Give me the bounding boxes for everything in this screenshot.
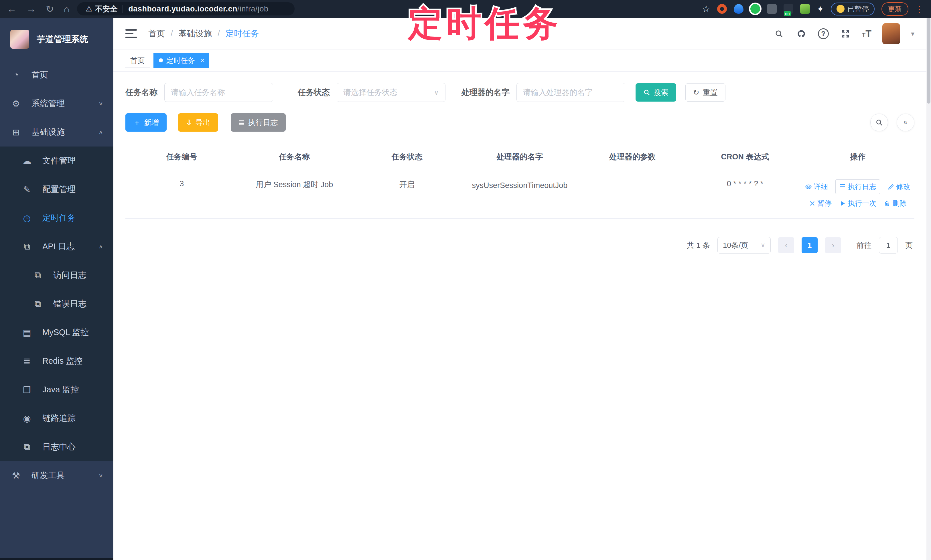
sidebar-item-trace[interactable]: ◉ 链路追踪 xyxy=(0,404,113,433)
divider xyxy=(123,5,123,13)
profile-star-icon[interactable]: ✦ xyxy=(817,4,824,14)
sidebar-bottom-edge xyxy=(0,558,113,560)
goto-label: 前往 xyxy=(857,240,871,251)
breadcrumb-infra[interactable]: 基础设施 xyxy=(179,28,212,40)
name-label: 任务名称 xyxy=(125,87,157,98)
warning-icon: ⚠ xyxy=(86,5,92,14)
security-warning[interactable]: 不安全 xyxy=(95,4,117,14)
sidebar-item-java[interactable]: ❐ Java 监控 xyxy=(0,375,113,404)
exec-log-button[interactable]: ≣ 执行日志 xyxy=(231,113,286,132)
refresh-button[interactable]: ↻ xyxy=(897,114,914,131)
font-size-icon[interactable]: TT xyxy=(862,28,871,39)
back-icon[interactable]: ← xyxy=(7,3,17,15)
delete-link[interactable]: 删除 xyxy=(884,198,907,208)
scrollbar-thumb[interactable] xyxy=(927,18,930,104)
paused-badge[interactable]: 已暂停 xyxy=(831,3,875,15)
sidebar-item-home[interactable]: ◔ 首页 xyxy=(0,61,113,89)
forward-icon[interactable]: → xyxy=(26,3,36,15)
breadcrumb-home[interactable]: 首页 xyxy=(148,28,165,40)
run-once-link[interactable]: 执行一次 xyxy=(839,198,876,208)
extension-on-icon[interactable] xyxy=(783,4,793,14)
tab-job-active[interactable]: 定时任务 ✕ xyxy=(153,53,209,68)
fullscreen-icon[interactable] xyxy=(840,28,851,40)
sidebar-item-mysql[interactable]: ▤ MySQL 监控 xyxy=(0,318,113,347)
extension-icon[interactable] xyxy=(734,4,743,14)
prev-page-button[interactable]: ‹ xyxy=(778,237,794,253)
breadcrumb-current: 定时任务 xyxy=(226,28,259,40)
bookmark-star-icon[interactable]: ☆ xyxy=(702,3,710,14)
extension-icon[interactable] xyxy=(751,4,760,14)
sidebar-item-error-log[interactable]: ⧉ 错误日志 xyxy=(0,289,113,318)
sidebar-item-api-log[interactable]: ⧉ API 日志 ∧ xyxy=(0,232,113,261)
pagination: 共 1 条 10条/页 ∨ ‹ 1 › 前往 1 页 xyxy=(125,237,914,254)
sidebar-item-infra[interactable]: ⊞ 基础设施 ∧ xyxy=(0,118,113,146)
toolbox-icon: ⚒ xyxy=(10,471,22,481)
toggle-search-button[interactable] xyxy=(870,114,888,131)
browser-menu-icon[interactable]: ⋮ xyxy=(915,4,924,14)
eye-icon: ◉ xyxy=(21,413,32,424)
update-button[interactable]: 更新 xyxy=(882,2,908,16)
edit-link[interactable]: 修改 xyxy=(888,182,910,191)
cell-handler-params xyxy=(576,169,689,218)
extension-icon[interactable] xyxy=(800,4,810,14)
filter-form: 任务名称 请输入任务名称 任务状态 请选择任务状态 ∨ 处理器的名字 请输入处理… xyxy=(125,83,914,102)
component-icon: ⊞ xyxy=(10,127,22,138)
sidebar-item-job[interactable]: ◷ 定时任务 xyxy=(0,204,113,232)
sidebar-toggle-icon[interactable] xyxy=(125,29,137,38)
page-1-button[interactable]: 1 xyxy=(802,237,818,253)
toolbar: ＋ 新增 ⇩ 导出 ≣ 执行日志 ↻ xyxy=(125,113,914,132)
detail-link[interactable]: 详细 xyxy=(805,182,828,191)
tab-home[interactable]: 首页 xyxy=(125,53,150,68)
cell-operations: 详细 执行日志 修改 xyxy=(801,169,914,218)
scrollbar[interactable] xyxy=(926,18,931,560)
goto-page-input[interactable]: 1 xyxy=(879,237,898,254)
cell-job-id: 3 xyxy=(125,169,238,218)
search-icon[interactable] xyxy=(773,28,785,40)
extension-icon[interactable] xyxy=(717,4,727,14)
handler-label: 处理器的名字 xyxy=(461,87,510,98)
sidebar-item-config[interactable]: ✎ 配置管理 xyxy=(0,175,113,204)
home-icon[interactable]: ⌂ xyxy=(64,3,70,15)
reset-button[interactable]: ↻ 重置 xyxy=(685,83,726,102)
layers-icon: ≣ xyxy=(21,356,32,366)
chevron-down-icon: ∨ xyxy=(99,101,103,107)
dashboard-icon: ◔ xyxy=(10,70,22,80)
sidebar-item-log-center[interactable]: ⧉ 日志中心 xyxy=(0,433,113,461)
search-button[interactable]: 搜索 xyxy=(635,83,676,102)
export-button[interactable]: ⇩ 导出 xyxy=(178,113,218,132)
app-logo-row[interactable]: 芋道管理系统 xyxy=(0,18,113,61)
sidebar-item-file[interactable]: ☁ 文件管理 xyxy=(0,146,113,175)
add-button[interactable]: ＋ 新增 xyxy=(125,113,166,132)
handler-name-input[interactable]: 请输入处理器的名字 xyxy=(516,83,625,102)
sidebar-item-access-log[interactable]: ⧉ 访问日志 xyxy=(0,261,113,289)
reload-icon[interactable]: ↻ xyxy=(46,3,54,15)
address-bar[interactable]: ⚠ 不安全 dashboard.yudao.iocoder.cn/infra/j… xyxy=(77,2,294,15)
active-dot xyxy=(159,58,163,62)
breadcrumb: 首页 / 基础设施 / 定时任务 xyxy=(148,28,259,40)
sidebar-item-redis[interactable]: ≣ Redis 监控 xyxy=(0,347,113,375)
close-icon[interactable]: ✕ xyxy=(200,57,205,64)
job-log-link[interactable]: 执行日志 xyxy=(835,179,880,194)
help-icon[interactable]: ? xyxy=(818,28,829,39)
next-page-button[interactable]: › xyxy=(825,237,841,253)
sidebar-item-system[interactable]: ⚙ 系统管理 ∨ xyxy=(0,89,113,118)
chevron-up-icon: ∧ xyxy=(99,244,103,250)
app-title: 芋道管理系统 xyxy=(37,34,88,45)
cell-job-name: 用户 Session 超时 Job xyxy=(238,169,351,218)
download-icon: ⇩ xyxy=(186,118,192,127)
timer-icon: ◷ xyxy=(21,213,32,223)
cloud-upload-icon: ☁ xyxy=(21,156,32,166)
job-name-input[interactable]: 请输入任务名称 xyxy=(164,83,273,102)
job-status-select[interactable]: 请选择任务状态 ∨ xyxy=(337,83,445,102)
sidebar-item-devtools[interactable]: ⚒ 研发工具 ∨ xyxy=(0,461,113,490)
user-avatar[interactable] xyxy=(882,23,900,45)
pause-link[interactable]: 暂停 xyxy=(809,198,832,208)
gear-icon: ⚙ xyxy=(10,98,22,109)
chevron-down-icon[interactable]: ▾ xyxy=(911,30,914,38)
jobs-table: 任务编号 任务名称 任务状态 处理器的名字 处理器的参数 CRON 表达式 操作… xyxy=(125,145,914,218)
cell-handler-name: sysUserSessionTimeoutJob xyxy=(464,169,576,218)
page-size-select[interactable]: 10条/页 ∨ xyxy=(717,237,771,254)
github-icon[interactable] xyxy=(795,28,807,40)
extension-icon[interactable] xyxy=(767,4,777,14)
browser-chrome: ← → ↻ ⌂ ⚠ 不安全 dashboard.yudao.iocoder.cn… xyxy=(0,0,931,18)
